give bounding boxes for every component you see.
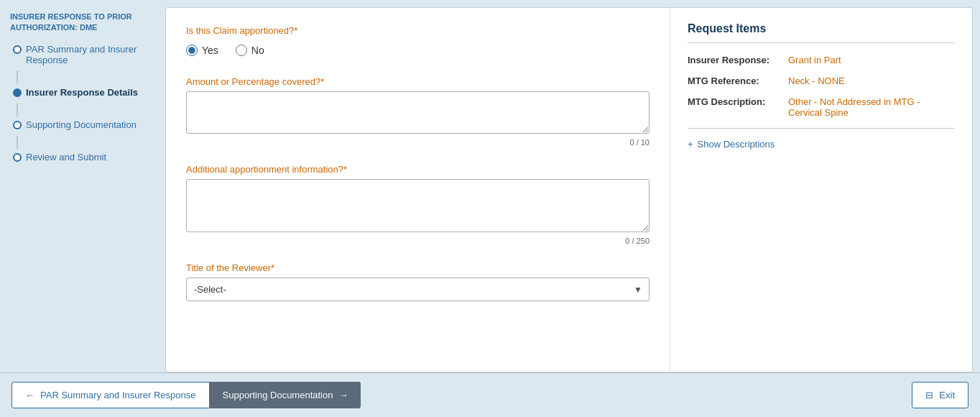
reviewer-select-wrapper: -Select- ▼ [186,278,650,301]
radio-yes-label[interactable]: Yes [186,45,218,56]
sidebar-connector-1 [17,71,18,84]
footer-nav-buttons: ← PAR Summary and Insurer Response Suppo… [11,382,361,408]
plus-icon: + [688,139,693,150]
sidebar-label-insurer-response-details: Insurer Response Details [26,87,138,98]
mtg-description-row: MTG Description: Other - Not Addressed i… [688,96,955,118]
form-section: Is this Claim apportioned?* Yes No Amoun… [166,8,670,372]
back-button-label: PAR Summary and Insurer Response [40,390,196,400]
additional-char-count: 0 / 250 [186,237,650,245]
sidebar-dot-insurer-response-details [13,88,22,97]
additional-group: Additional apportionment information?* 0… [186,164,650,245]
sidebar-connector-2 [17,104,18,116]
apportioned-radio-group: Yes No [186,45,650,56]
amount-label: Amount or Percentage covered?* [186,76,650,87]
radio-no-input[interactable] [236,45,247,56]
mtg-description-key: MTG Description: [688,96,788,107]
next-button-label: Supporting Documentation [223,390,333,400]
reviewer-label: Title of the Reviewer* [186,262,650,273]
show-descriptions-button[interactable]: + Show Descriptions [688,139,775,150]
exit-button-label: Exit [939,390,955,400]
radio-no-label[interactable]: No [236,45,264,56]
back-arrow-icon: ← [25,390,34,400]
main-content: Is this Claim apportioned?* Yes No Amoun… [165,7,973,372]
sidebar-dot-par-summary [13,45,22,54]
insurer-response-key: Insurer Response: [688,55,788,65]
panel-title: Request Items [688,22,955,43]
insurer-response-value: Grant in Part [788,55,841,65]
insurer-response-row: Insurer Response: Grant in Part [688,55,955,65]
panel-divider [688,128,955,129]
sidebar-label-supporting-documentation: Supporting Documentation [26,119,137,130]
next-arrow-icon: → [338,390,348,400]
sidebar-item-supporting-documentation[interactable]: Supporting Documentation [10,119,155,130]
sidebar-connector-3 [17,136,18,149]
radio-no-text: No [251,45,264,56]
additional-label: Additional apportionment information?* [186,164,650,175]
back-button[interactable]: ← PAR Summary and Insurer Response [11,382,210,408]
apportioned-question: Is this Claim apportioned?* [186,25,650,36]
sidebar-label-par-summary: PAR Summary and Insurer Response [26,44,155,65]
apportioned-group: Is this Claim apportioned?* Yes No [186,25,650,56]
additional-textarea[interactable] [186,179,650,232]
amount-char-count: 0 / 10 [186,138,650,147]
next-button[interactable]: Supporting Documentation → [210,382,361,408]
footer: ← PAR Summary and Insurer Response Suppo… [0,372,980,417]
sidebar-header: INSURER RESPONSE TO PRIOR AUTHORIZATION:… [10,12,155,34]
sidebar-item-review-submit[interactable]: Review and Submit [10,152,155,162]
sidebar-item-par-summary[interactable]: PAR Summary and Insurer Response [10,44,155,65]
mtg-reference-key: MTG Reference: [688,75,788,86]
sidebar-dot-supporting-documentation [13,121,22,129]
sidebar-dot-review-submit [13,153,22,162]
mtg-description-value: Other - Not Addressed in MTG - Cervical … [788,96,955,118]
reviewer-group: Title of the Reviewer* -Select- ▼ [186,262,650,301]
right-panel: Request Items Insurer Response: Grant in… [670,8,972,372]
exit-icon: ⊟ [925,390,933,400]
amount-group: Amount or Percentage covered?* 0 / 10 [186,76,650,147]
sidebar: INSURER RESPONSE TO PRIOR AUTHORIZATION:… [0,0,165,372]
sidebar-item-insurer-response-details[interactable]: Insurer Response Details [10,87,155,98]
mtg-reference-value: Neck - NONE [788,75,845,86]
amount-textarea[interactable] [186,91,650,134]
reviewer-select[interactable]: -Select- [186,278,650,301]
exit-button[interactable]: ⊟ Exit [912,382,969,408]
show-descriptions-label: Show Descriptions [698,139,775,150]
mtg-reference-row: MTG Reference: Neck - NONE [688,75,955,86]
radio-yes-text: Yes [202,45,218,56]
sidebar-label-review-submit: Review and Submit [26,152,106,162]
radio-yes-input[interactable] [186,45,198,56]
